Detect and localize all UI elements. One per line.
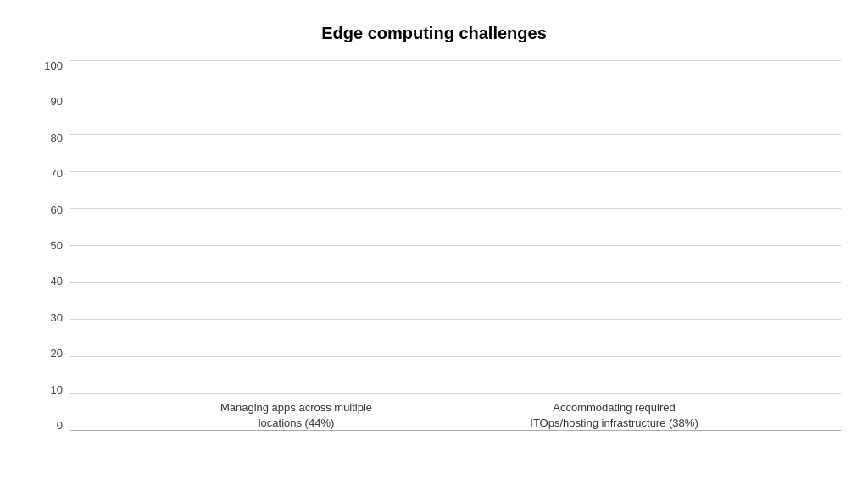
y-label-90: 90 [51, 96, 63, 107]
y-label-20: 20 [51, 348, 63, 359]
y-axis: 100 90 80 70 60 50 40 30 20 10 0 [27, 60, 70, 482]
y-label-40: 40 [51, 276, 63, 287]
y-label-10: 10 [51, 384, 63, 395]
grid-and-bars: Managing apps across multiple locations … [70, 60, 841, 482]
bar-group-1: Managing apps across multiple locations … [229, 394, 364, 431]
y-label-50: 50 [51, 240, 63, 251]
y-label-100: 100 [44, 60, 63, 71]
chart-title: Edge computing challenges [321, 24, 547, 43]
bar-label-1: Managing apps across multiple locations … [212, 400, 381, 431]
y-label-70: 70 [51, 168, 63, 179]
plot-area: Managing apps across multiple locations … [70, 60, 841, 482]
bar-label-2: Accommodating required ITOps/hosting inf… [530, 400, 699, 431]
y-label-80: 80 [51, 132, 63, 143]
bar-group-2: Accommodating required ITOps/hosting inf… [547, 394, 682, 431]
y-label-60: 60 [51, 204, 63, 215]
chart-area: 100 90 80 70 60 50 40 30 20 10 0 [27, 60, 841, 482]
bars-container: Managing apps across multiple locations … [70, 60, 841, 431]
y-label-30: 30 [51, 312, 63, 323]
y-label-0: 0 [57, 420, 63, 431]
chart-container: Edge computing challenges 100 90 80 70 6… [27, 15, 841, 482]
